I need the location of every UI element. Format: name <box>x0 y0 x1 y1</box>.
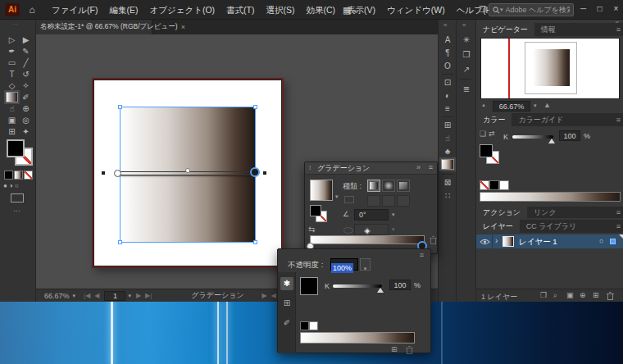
panel-menu-icon[interactable]: ≡ <box>616 23 621 36</box>
type-tool[interactable]: T <box>6 69 18 80</box>
eyedropper-icon[interactable]: ✐ <box>280 316 293 330</box>
line-tool[interactable]: ╱ <box>20 57 32 68</box>
selection-handle[interactable] <box>253 105 257 109</box>
export-panel-icon[interactable]: ↗ <box>460 64 473 75</box>
status-expand-icon[interactable]: ▶ <box>262 292 267 299</box>
gradient-slider-bar[interactable] <box>310 235 425 244</box>
freeform-gradient-button[interactable] <box>397 180 410 192</box>
annotator-extent-left[interactable] <box>102 171 105 175</box>
toolbar-drag-dots[interactable]: ·· <box>13 20 17 28</box>
navigator-zoom-caret[interactable]: ▾ <box>534 102 537 109</box>
swap-colors-icon[interactable]: ⇄ <box>489 130 495 138</box>
menu-effect[interactable]: 効果(C) <box>300 0 341 20</box>
home-icon[interactable]: ⌂ <box>25 0 39 20</box>
gradient-midpoint[interactable] <box>185 168 190 173</box>
tab-info[interactable]: 情報 <box>534 23 562 36</box>
artboard-tool[interactable]: ▣ <box>6 115 18 125</box>
panel-menu-icon[interactable]: ≡ <box>616 207 621 218</box>
fill-swatch[interactable] <box>7 139 25 157</box>
menu-object[interactable]: オブジェクト(O) <box>143 0 221 20</box>
collect-for-export-icon[interactable]: ❐ <box>540 291 547 299</box>
blend-tool[interactable]: ⊕ <box>20 103 32 114</box>
selection-handle[interactable] <box>253 240 257 244</box>
k-slider-track[interactable] <box>512 135 553 139</box>
properties-panel-icon[interactable]: ≣ <box>460 84 473 95</box>
width-tool[interactable]: ✧ <box>20 80 32 91</box>
close-tab-icon[interactable]: × <box>181 23 185 31</box>
tab-links[interactable]: リンク <box>527 207 563 218</box>
transparency-panel-icon[interactable]: ◐ <box>441 90 454 102</box>
locate-object-icon[interactable]: ⌕ <box>553 291 557 300</box>
selection-handle[interactable] <box>118 105 122 109</box>
transform-panel-icon[interactable]: ⊠ <box>441 177 454 189</box>
menu-type[interactable]: 書式(T) <box>221 0 260 20</box>
shaper-tool[interactable]: ☝ <box>6 103 18 114</box>
eyedropper-tool[interactable]: ✦ <box>20 126 32 137</box>
stop-color-swatch[interactable] <box>300 277 318 295</box>
draw-modes[interactable]: ●◑○ <box>3 182 20 189</box>
tab-cc-libraries[interactable]: CC ライブラリ <box>520 220 584 233</box>
zoom-level[interactable]: 66.67% <box>44 292 70 300</box>
screen-mode-button[interactable] <box>11 193 24 202</box>
none-mode-button[interactable] <box>24 171 33 180</box>
expand-panels-icon[interactable]: « <box>443 21 447 29</box>
new-sublayer-icon[interactable]: ⊕ <box>580 291 586 299</box>
layer-row-selected[interactable]: › レイヤー 1 ○ <box>476 234 623 248</box>
eraser-tool[interactable]: ◇ <box>6 80 18 91</box>
opentype-panel-icon[interactable]: O <box>441 61 454 72</box>
menu-window[interactable]: ウィンドウ(W) <box>381 0 451 20</box>
color-mode-button[interactable] <box>4 171 13 180</box>
curvature-tool[interactable]: ✎ <box>20 46 32 57</box>
color-mode-icon[interactable]: ✱ <box>280 277 293 290</box>
close-button[interactable]: × <box>608 0 623 18</box>
delete-layer-trash-icon[interactable] <box>607 292 614 300</box>
first-artboard-icon[interactable]: |◀ <box>84 292 90 299</box>
gradient-mode-button[interactable] <box>14 171 23 180</box>
new-layer-icon[interactable]: ⊞ <box>593 291 599 299</box>
selection-handle[interactable] <box>118 240 122 244</box>
expand-panel-icon[interactable]: » <box>416 163 421 171</box>
rotate-tool[interactable]: ↺ <box>20 69 32 80</box>
artboard-caret-icon[interactable]: ▾ <box>128 293 131 299</box>
swatches-mode-icon[interactable]: ⊞ <box>280 297 293 310</box>
gradient-preset-caret[interactable]: ▾ <box>335 193 339 200</box>
white-swatch[interactable] <box>309 321 318 330</box>
linear-gradient-button-active[interactable] <box>367 180 380 192</box>
gradient-panel-header[interactable]: ↕ グラデーション » ≡ <box>305 162 437 175</box>
black-swatch[interactable] <box>489 180 499 190</box>
gradient-thumbnail[interactable] <box>310 180 333 201</box>
clipping-mask-icon[interactable]: ▣ <box>566 291 574 299</box>
expand-layer-icon[interactable]: › <box>495 236 498 245</box>
radial-gradient-button[interactable] <box>382 180 395 192</box>
last-artboard-icon[interactable]: ▶| <box>145 292 152 299</box>
help-search-input[interactable]: ▾ Adobe ヘルプを検索 <box>489 3 574 16</box>
gradient-tool-active[interactable] <box>6 92 18 102</box>
add-swatch-icon[interactable]: ⊞ <box>391 345 398 353</box>
next-artboard-icon[interactable]: ▶ <box>136 292 141 299</box>
menu-select[interactable]: 選択(S) <box>260 0 300 20</box>
status-collapse-icon[interactable]: ◀ <box>271 292 276 299</box>
layer-target-icon[interactable]: ○ <box>599 237 603 245</box>
direct-selection-tool[interactable]: ▶ <box>20 34 32 45</box>
align-panel-icon[interactable]: ∷ <box>441 190 454 202</box>
visibility-eye-icon[interactable] <box>480 239 490 245</box>
layer-name[interactable]: レイヤー 1 <box>519 237 557 248</box>
k-slider-thumb[interactable] <box>377 288 384 293</box>
k-value-field[interactable]: 100 <box>559 130 580 141</box>
swatches-panel-icon[interactable]: ⊞ <box>441 120 454 131</box>
paragraph-panel-icon[interactable]: ¶ <box>441 48 454 59</box>
appearance-panel-icon[interactable]: ✳ <box>460 34 473 46</box>
tab-actions[interactable]: アクション <box>476 207 527 218</box>
gradient-preview-ramp[interactable] <box>300 332 415 344</box>
navigator-zoom-field[interactable]: 66.67% <box>493 101 530 111</box>
zoom-in-icon[interactable]: ▲ <box>543 101 551 109</box>
zoom-caret-icon[interactable]: ▾ <box>73 293 76 299</box>
annotator-extent-right[interactable] <box>263 171 266 175</box>
stroke-panel-icon[interactable]: ≡ <box>441 103 454 115</box>
k-value-field[interactable]: 100 <box>389 280 411 290</box>
selection-tool[interactable]: ▷ <box>6 34 18 45</box>
angle-value-field[interactable]: 0° <box>354 209 389 221</box>
edit-toolbar-icon[interactable]: ⋯ <box>13 207 20 215</box>
panel-menu-icon[interactable]: ≡ <box>616 220 621 233</box>
document-tab[interactable]: 名称未設定-1* @ 66.67% (RGB/プレビュー) × <box>36 20 152 34</box>
